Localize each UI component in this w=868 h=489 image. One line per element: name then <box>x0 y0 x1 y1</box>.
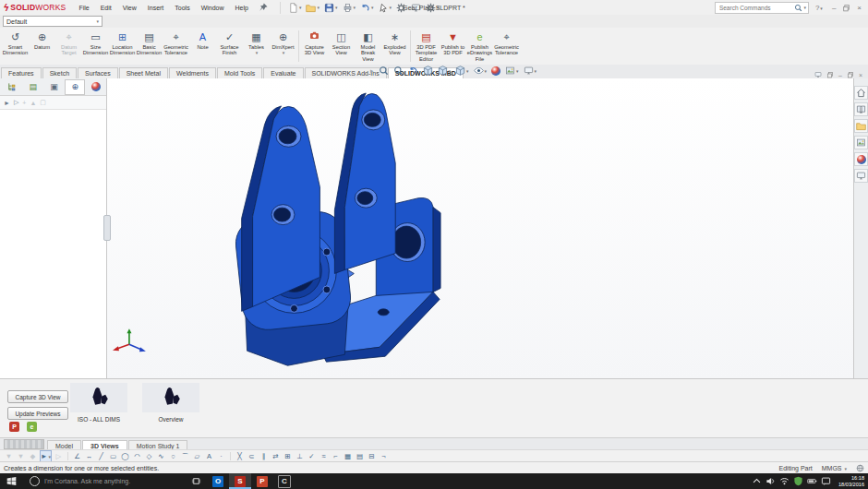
search-icon[interactable] <box>794 4 802 12</box>
taskbar-outlook-icon[interactable]: O <box>207 473 229 489</box>
menu-insert[interactable]: Insert <box>142 4 170 12</box>
move-entities-tool[interactable]: ⊥ <box>295 451 305 461</box>
exploded-view-button[interactable]: ∗ Exploded View <box>381 28 408 65</box>
surface-finish-button[interactable]: ✓ Surface Finish <box>216 28 243 65</box>
configurationmanager-tab[interactable]: ▣ <box>44 79 65 95</box>
line-tool[interactable]: ╱ <box>96 451 106 461</box>
menu-window[interactable]: Window <box>196 4 230 12</box>
custom-properties-tab[interactable] <box>854 169 868 183</box>
smart-dimension-button[interactable]: ↺ Smart Dimension <box>2 28 29 65</box>
tab-sheet-metal[interactable]: Sheet Metal <box>119 67 168 78</box>
zoom-to-fit-icon[interactable] <box>378 66 390 76</box>
view-settings-icon[interactable]: ▾ <box>523 66 538 76</box>
menu-help[interactable]: Help <box>230 4 254 12</box>
featuremanager-tab[interactable] <box>2 79 22 95</box>
view-thumbnail-iso[interactable]: ISO - ALL DIMS <box>70 383 127 423</box>
configuration-dropdown[interactable]: Default ▾ <box>3 16 102 27</box>
manager-panel-body[interactable] <box>0 110 106 378</box>
geometric-tolerance-button[interactable]: ⌖ Geometric Tolerance <box>163 28 189 65</box>
doc-window-icon[interactable] <box>814 71 822 78</box>
section-view-icon[interactable] <box>422 66 434 76</box>
filter-faces-tool[interactable]: ◆ <box>28 451 38 461</box>
publish-to-3d-pdf-button[interactable]: ▼ Publish to 3D PDF <box>440 28 466 65</box>
displaymanager-tab[interactable] <box>86 79 106 95</box>
datum-button[interactable]: ⊕ Datum <box>29 28 55 65</box>
offset-entities-tool[interactable]: ∥ <box>259 451 269 461</box>
graphics-viewport[interactable] <box>107 78 853 378</box>
taskbar-app-c-icon[interactable]: C <box>273 473 295 489</box>
action-center-icon[interactable] <box>821 476 831 486</box>
tab-surfaces[interactable]: Surfaces <box>78 67 118 78</box>
search-commands-box[interactable]: ▾ <box>715 2 809 14</box>
datum-target-button[interactable]: ⌖ Datum Target <box>55 28 82 65</box>
filter-edges-tool[interactable]: ▼ <box>16 451 26 461</box>
chevron-up-icon[interactable] <box>752 476 762 486</box>
tab-mold-tools[interactable]: Mold Tools <box>217 67 262 78</box>
instant-2d-tool[interactable]: ⌐ <box>331 451 341 461</box>
rebuild-button[interactable] <box>394 2 408 14</box>
display-relations-tool[interactable]: ✓ <box>307 451 317 461</box>
filter-vertices-tool[interactable]: ▼ <box>4 451 14 461</box>
text-tool[interactable]: A <box>204 451 214 461</box>
spline-tool[interactable]: ∿ <box>156 451 166 461</box>
options-button[interactable]: ▾ <box>424 2 441 14</box>
rectangle-tool[interactable]: ▭ <box>108 451 118 461</box>
view-orientation-icon[interactable]: ▾ <box>437 66 452 76</box>
polygon-tool[interactable]: ◇ <box>144 451 154 461</box>
tab-scroll-area[interactable] <box>4 439 44 449</box>
arc-tool[interactable]: ◠ <box>132 451 142 461</box>
restore-button[interactable] <box>842 4 850 12</box>
circle-tool[interactable]: ◯ <box>120 451 130 461</box>
repair-sketch-tool[interactable]: ≈ <box>319 451 329 461</box>
basic-dimension-button[interactable]: ▤ Basic Dimension <box>136 28 163 65</box>
filter-arrow-icon[interactable]: ► <box>4 100 10 106</box>
capture-3d-view-button[interactable]: Capture 3D View <box>7 390 68 403</box>
pin-menu-icon[interactable] <box>258 2 269 13</box>
publish-edrawings-file-button[interactable]: e Publish eDrawings File <box>466 28 493 65</box>
help-button[interactable]: ?▾ <box>813 4 826 12</box>
trim-entities-tool[interactable]: ╳ <box>235 451 245 461</box>
zoom-to-area-icon[interactable] <box>392 66 404 76</box>
lasso-select-tool[interactable]: ▷ <box>54 451 64 461</box>
search-dropdown-caret[interactable]: ▾ <box>803 5 806 10</box>
smart-dimension-tool[interactable]: ↔ <box>84 451 94 461</box>
sketch-tool[interactable]: ∠ <box>72 451 82 461</box>
search-commands-input[interactable] <box>717 4 794 12</box>
gear-plate-3d-model[interactable] <box>107 78 853 377</box>
tab-features[interactable]: Features <box>1 67 42 78</box>
view-thumbnail-overview[interactable]: Overview <box>142 383 199 423</box>
taskbar-powerpoint-icon[interactable]: P <box>251 473 273 489</box>
battery-icon[interactable] <box>807 476 817 486</box>
tab-evaluate[interactable]: Evaluate <box>263 67 303 78</box>
design-library-tab[interactable] <box>854 102 868 116</box>
file-properties-button[interactable] <box>409 2 423 14</box>
note-button[interactable]: A Note <box>189 28 216 65</box>
thumbnail-image[interactable] <box>142 383 199 412</box>
sketch-picture-tool[interactable]: ▤ <box>355 451 365 461</box>
cortana-search[interactable]: I'm Cortana. Ask me anything. <box>22 473 185 489</box>
menu-file[interactable]: File <box>73 4 94 12</box>
taskbar-clock[interactable]: 16:18 18/03/2016 <box>835 475 868 488</box>
size-dimension-button[interactable]: ▭ Size Dimension <box>82 28 109 65</box>
dimxpertmanager-tab[interactable]: ⊕ <box>65 79 85 95</box>
update-previews-button[interactable]: Update Previews <box>7 407 68 420</box>
open-button[interactable]: ▾ <box>304 2 321 14</box>
select-button[interactable]: ▾ <box>377 2 394 14</box>
filter-add-icon[interactable]: + <box>22 100 26 106</box>
dimxpert-button[interactable]: ⊕ DimXpert ▾ <box>270 28 296 65</box>
point-tool[interactable]: · <box>216 451 226 461</box>
3d-pdf-template-editor-button[interactable]: ▤ 3D PDF Template Editor <box>413 28 440 65</box>
taskbar-solidworks-icon[interactable]: S <box>229 473 251 489</box>
doc-maximize-button[interactable] <box>847 71 854 78</box>
apply-scene-icon[interactable]: ▾ <box>504 66 520 76</box>
grid-settings-tool[interactable]: ⊟ <box>367 451 377 461</box>
more-tools-button[interactable]: ¬ <box>379 451 389 461</box>
previous-view-icon[interactable] <box>407 66 419 76</box>
file-explorer-tab[interactable] <box>854 119 868 133</box>
model-break-view-button[interactable]: ◧ Model Break View <box>355 28 381 65</box>
menu-tools[interactable]: Tools <box>169 4 195 12</box>
ellipse-tool[interactable]: ○ <box>168 451 178 461</box>
task-view-button[interactable] <box>185 473 207 489</box>
publish-3d-pdf-icon[interactable]: P <box>9 422 19 432</box>
tab-weldments[interactable]: Weldments <box>169 67 216 78</box>
